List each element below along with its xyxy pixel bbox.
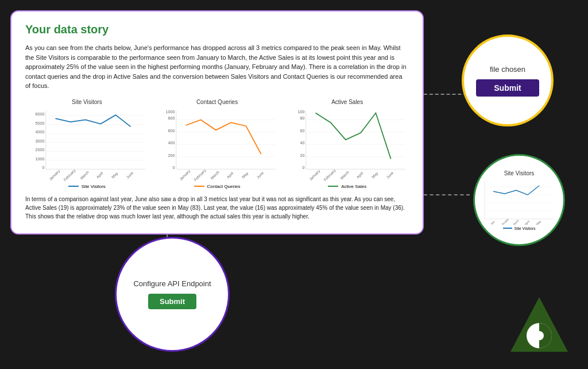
svg-text:January: January	[308, 168, 322, 182]
svg-text:February: February	[63, 168, 77, 182]
contact-queries-chart: Contact Queries 0 200 400 600 800 1000 J…	[156, 99, 279, 189]
svg-text:200: 200	[168, 153, 175, 157]
svg-text:May: May	[241, 171, 249, 179]
svg-text:March: March	[512, 218, 520, 225]
svg-text:February: February	[193, 168, 207, 182]
green-circle-legend: Site Visitors	[503, 226, 536, 230]
active-sales-legend-line	[328, 186, 338, 187]
active-sales-chart: Active Sales 0 20 40 60 80 100 January F…	[285, 99, 409, 189]
logo-svg	[508, 294, 571, 358]
purple-circle: Configure API Endpoint Submit	[115, 237, 230, 352]
svg-text:40: 40	[300, 141, 305, 145]
svg-text:2000: 2000	[36, 148, 45, 152]
site-visitors-title: Site Visitors	[25, 99, 149, 105]
green-circle-legend-label: Site Visitors	[514, 226, 536, 230]
svg-text:800: 800	[168, 116, 175, 121]
contact-queries-legend: Contact Queries	[156, 184, 279, 189]
file-chosen-text: file chosen	[490, 65, 525, 74]
svg-text:February: February	[498, 217, 509, 225]
site-visitors-chart: Site Visitors 0 1000 2000 3000 4000 5000…	[25, 99, 149, 189]
svg-text:March: March	[210, 170, 220, 180]
svg-text:20: 20	[300, 153, 305, 157]
contact-queries-svg: 0 200 400 600 800 1000 January February …	[156, 107, 279, 183]
main-card: Your data story As you can see from the …	[10, 10, 424, 235]
svg-text:January: January	[179, 168, 192, 182]
green-circle-legend-line	[503, 228, 512, 229]
svg-point-70	[535, 331, 544, 340]
svg-text:5000: 5000	[36, 121, 45, 125]
site-visitors-legend-line	[68, 186, 79, 187]
contact-queries-legend-line	[194, 186, 204, 187]
svg-text:June: June	[125, 170, 134, 179]
site-visitors-svg: 0 1000 2000 3000 4000 5000 6000 January …	[25, 107, 149, 183]
yellow-circle: file chosen Submit	[462, 34, 554, 126]
svg-text:0: 0	[42, 166, 44, 170]
svg-text:March: March	[340, 170, 350, 180]
svg-text:Jan: Jan	[490, 220, 496, 225]
active-sales-svg: 0 20 40 60 80 100 January February March…	[285, 107, 409, 183]
svg-text:April: April	[226, 171, 234, 179]
svg-text:April: April	[95, 171, 104, 179]
svg-text:100: 100	[298, 109, 305, 114]
active-sales-legend-label: Active Sales	[341, 184, 366, 189]
card-footer: In terms of a comparison against last ye…	[25, 195, 409, 221]
card-title: Your data story	[25, 23, 409, 36]
svg-text:March: March	[79, 170, 90, 180]
contact-queries-title: Contact Queries	[156, 99, 279, 105]
card-description: As you can see from the charts below, Ju…	[25, 43, 409, 91]
svg-text:June: June	[386, 170, 394, 179]
svg-text:May: May	[535, 219, 541, 224]
site-visitors-legend: Site Visitors	[25, 184, 149, 189]
active-sales-legend: Active Sales	[285, 184, 409, 189]
submit-button-yellow[interactable]: Submit	[476, 79, 539, 97]
svg-text:0: 0	[303, 166, 305, 170]
green-circle: Site Visitors Jan February March April M…	[473, 154, 565, 246]
svg-text:April: April	[356, 171, 365, 179]
svg-text:1000: 1000	[36, 156, 45, 161]
svg-text:60: 60	[300, 128, 305, 133]
config-api-text: Configure API Endpoint	[133, 279, 211, 288]
svg-text:April: April	[524, 219, 530, 224]
svg-text:3000: 3000	[36, 139, 45, 143]
site-visitors-legend-label: Site Visitors	[82, 184, 106, 189]
logo-container	[508, 294, 571, 358]
svg-text:May: May	[111, 171, 119, 179]
svg-text:May: May	[371, 171, 380, 179]
charts-row: Site Visitors 0 1000 2000 3000 4000 5000…	[25, 99, 409, 189]
submit-button-purple[interactable]: Submit	[148, 294, 196, 309]
active-sales-title: Active Sales	[285, 99, 409, 105]
svg-text:June: June	[256, 170, 264, 179]
svg-text:6000: 6000	[36, 112, 45, 117]
contact-queries-legend-label: Contact Queries	[207, 184, 241, 189]
svg-text:February: February	[323, 168, 338, 182]
green-circle-chart: Jan February March April May	[482, 179, 556, 225]
green-circle-title: Site Visitors	[504, 170, 535, 176]
svg-text:80: 80	[300, 116, 305, 121]
svg-text:400: 400	[168, 141, 175, 145]
svg-text:January: January	[48, 168, 61, 182]
svg-text:0: 0	[172, 166, 175, 170]
svg-text:1000: 1000	[165, 109, 175, 114]
svg-text:600: 600	[168, 128, 175, 133]
svg-text:4000: 4000	[36, 130, 45, 134]
dashed-line-bottom	[424, 194, 470, 195]
